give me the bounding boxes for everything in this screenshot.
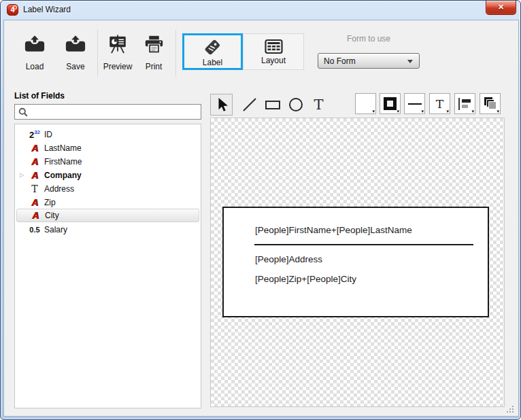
text-tool-icon: T <box>314 97 323 113</box>
form-select[interactable]: No Form <box>318 53 420 69</box>
arrange-layers-icon <box>484 97 497 111</box>
rectangle-icon <box>265 97 281 113</box>
label-field-line[interactable]: [People]Address <box>255 254 322 264</box>
preview-label: Preview <box>103 62 133 71</box>
alpha-type-icon: A <box>27 143 42 154</box>
dropdown-arrow-icon: ▾ <box>446 109 449 114</box>
real-type-icon: 0.5 <box>27 226 42 234</box>
line-width-button[interactable]: ▾ <box>404 93 425 114</box>
dropdown-arrow-icon: ▾ <box>471 109 474 114</box>
search-input[interactable] <box>31 107 197 117</box>
text-tool[interactable]: T <box>307 94 330 116</box>
tab-label-text: Label <box>203 58 222 67</box>
rectangle-tool[interactable] <box>261 94 284 116</box>
align-button[interactable]: ▾ <box>454 93 475 114</box>
field-row-lastname[interactable]: A LastName <box>16 141 199 155</box>
text-style-button[interactable]: T ▾ <box>429 93 450 114</box>
label-design-canvas[interactable]: [People]FirstName+[People]LastName [Peop… <box>210 118 505 407</box>
field-row-company[interactable]: ▷ A Company <box>16 169 199 182</box>
text-style-icon: T <box>436 97 443 111</box>
dropdown-arrow-icon: ▾ <box>421 109 424 114</box>
search-icon <box>18 107 28 117</box>
cursor-arrow-icon <box>214 97 229 113</box>
label-preview-box[interactable]: [People]FirstName+[People]LastName [Peop… <box>222 207 489 317</box>
alpha-type-icon: A <box>27 170 42 181</box>
dropdown-arrow-icon: ▾ <box>397 109 399 114</box>
field-list: 232 ID A LastName A FirstName ▷ A Compan… <box>14 124 201 408</box>
expand-arrow-icon[interactable]: ▷ <box>20 172 24 178</box>
align-icon <box>458 97 472 111</box>
border-frame-icon <box>384 97 397 110</box>
close-icon: ✕ <box>498 3 504 11</box>
label-field-line[interactable]: [People]FirstName+[People]LastName <box>255 225 412 235</box>
tab-label[interactable]: Label <box>182 33 243 70</box>
oval-tool[interactable] <box>284 94 307 116</box>
fields-panel-title: List of Fields <box>14 91 65 101</box>
toolbar-separator <box>175 29 176 77</box>
close-button[interactable]: ✕ <box>486 1 516 15</box>
field-row-zip[interactable]: A Zip <box>16 196 199 209</box>
oval-icon <box>288 97 304 113</box>
layout-grid-icon <box>265 38 283 55</box>
tab-layout-text: Layout <box>261 56 286 65</box>
toolbar-separator <box>97 29 98 77</box>
form-select-value: No Form <box>324 56 356 66</box>
label-field-line[interactable]: [People]Zip+[People]City <box>255 274 356 284</box>
field-search-box[interactable] <box>14 104 201 120</box>
4d-app-icon: 4 <box>7 4 18 16</box>
field-row-firstname[interactable]: A FirstName <box>16 155 199 169</box>
select-tool[interactable] <box>210 94 233 116</box>
window-title: Label Wizard <box>23 5 71 14</box>
print-icon <box>144 35 164 54</box>
combo-arrow-icon <box>407 60 413 63</box>
dropdown-arrow-icon: ▾ <box>497 109 499 114</box>
alpha-type-icon: A <box>28 210 43 221</box>
field-row-city[interactable]: A City <box>16 209 199 222</box>
alpha-type-icon: A <box>27 197 42 208</box>
alpha-type-icon: A <box>27 156 42 167</box>
field-row-id[interactable]: 232 ID <box>16 128 199 141</box>
resize-grip[interactable] <box>507 406 515 414</box>
field-row-salary[interactable]: 0.5 Salary <box>16 223 199 237</box>
load-icon <box>24 35 46 53</box>
print-button[interactable]: Print <box>137 35 170 71</box>
line-icon <box>241 97 258 113</box>
load-button[interactable]: Load <box>18 35 51 71</box>
form-to-use-label: Form to use <box>318 34 420 43</box>
text-type-icon: T <box>27 183 42 194</box>
label-divider-line[interactable] <box>254 244 473 245</box>
load-label: Load <box>26 62 44 71</box>
preview-icon <box>107 35 128 54</box>
save-label: Save <box>66 62 84 71</box>
tab-layout[interactable]: Layout <box>243 33 304 70</box>
fill-color-button[interactable]: ▾ <box>355 93 376 114</box>
line-width-icon <box>408 103 422 105</box>
save-icon <box>65 35 86 53</box>
tag-icon <box>203 39 222 58</box>
field-row-address[interactable]: T Address <box>16 182 199 196</box>
dropdown-arrow-icon: ▾ <box>372 109 375 114</box>
label-wizard-window: 4 Label Wizard ✕ Load Save <box>0 0 521 420</box>
print-label: Print <box>146 62 163 71</box>
preview-button[interactable]: Preview <box>100 35 135 71</box>
border-style-button[interactable]: ▾ <box>380 93 401 114</box>
arrange-button[interactable]: ▾ <box>480 93 501 114</box>
save-button[interactable]: Save <box>59 35 92 71</box>
titlebar[interactable]: 4 Label Wizard ✕ <box>1 1 520 20</box>
integer-type-icon: 232 <box>27 128 42 141</box>
line-tool[interactable] <box>238 94 260 116</box>
